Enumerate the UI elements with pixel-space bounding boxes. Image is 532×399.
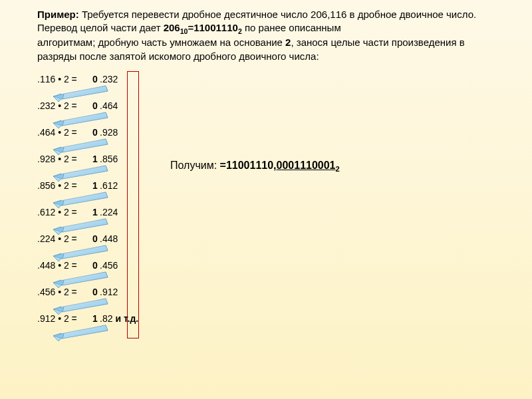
calc-integer-digit: 1 [90,205,100,219]
calc-rhs: .912 [100,285,118,299]
calc-row: .612 • 2 = 1.224 [37,205,499,232]
calc-rhs: .856 [100,152,118,166]
calc-row: .224 • 2 = 0.448 [37,232,499,259]
svg-marker-10 [63,166,108,179]
calc-row: .448 • 2 = 0.456 [37,259,499,285]
intro-line2b: по ранее описанным [242,22,341,33]
calc-rhs: .928 [100,126,118,139]
calc-lhs: .116 • 2 = [37,72,90,86]
calc-integer-digit: 0 [90,285,100,299]
svg-marker-22 [63,272,108,285]
calc-rhs: .224 [100,205,118,219]
intro-paragraph: Пример: Требуется перевести дробное деся… [37,8,499,63]
calc-integer-digit: 0 [90,259,100,272]
svg-marker-25 [63,299,108,312]
result-line: Получим: =11001110,00011100012 [170,160,340,173]
calc-integer-digit: 0 [90,72,100,86]
example-label: Пример: [37,9,79,20]
calc-lhs: .612 • 2 = [37,205,90,219]
calc-rhs: .232 [100,72,118,86]
calc-rhs: .612 [100,179,118,192]
calc-lhs: .856 • 2 = [37,179,90,192]
calc-integer-digit: 0 [90,126,100,139]
calc-lhs: .464 • 2 = [37,126,90,139]
calc-integer-digit: 0 [90,232,100,245]
calc-row: .232 • 2 = 0.464 [37,99,499,126]
calc-lhs: .224 • 2 = [37,232,90,245]
calc-rhs: .456 [100,259,118,272]
calc-lhs: .928 • 2 = [37,152,90,166]
svg-marker-16 [63,219,108,232]
calc-lhs: .232 • 2 = [37,99,90,112]
example-text: Требуется перевести дробное десятичное ч… [79,9,476,20]
svg-marker-4 [63,112,108,126]
calc-integer-digit: 1 [90,152,100,166]
intro-line3: алгоритмам; дробную часть умножаем на ос… [37,37,285,48]
svg-marker-19 [63,245,108,259]
carry-arrow-icon [49,324,109,341]
calc-row: .912 • 2 = 1.82 и т.д. [37,312,499,338]
result-label: Получим: [170,160,220,171]
svg-marker-28 [63,325,108,338]
calc-integer-digit: 0 [90,99,100,112]
calc-row: .456 • 2 = 0.912 [37,285,499,312]
intro-line2a: Перевод целой части дает [37,22,164,33]
calc-integer-digit: 1 [90,312,100,325]
svg-marker-7 [63,139,108,152]
svg-marker-13 [63,192,108,205]
result-value: =11001110,00011100012 [220,160,340,171]
svg-marker-1 [63,86,108,99]
calc-lhs: .448 • 2 = [37,259,90,272]
calc-etc: и т.д. [115,312,138,325]
calculation-area: .116 • 2 = 0.232 .232 • 2 = 0.464 .464 •… [37,72,499,338]
int-part: 20610=110011102 [164,22,242,33]
calc-rhs: .464 [100,99,118,112]
calc-lhs: .912 • 2 = [37,312,90,325]
calc-rhs: .448 [100,232,118,245]
calc-row: .464 • 2 = 0.928 [37,126,499,152]
calc-row: .116 • 2 = 0.232 [37,72,499,99]
slide-content: Пример: Требуется перевести дробное деся… [0,0,532,399]
calc-lhs: .456 • 2 = [37,285,90,299]
carry-arrow [49,324,109,344]
calc-integer-digit: 1 [90,179,100,192]
calc-row: .856 • 2 = 1.612 [37,179,499,205]
calc-rhs: .82 [100,312,112,325]
